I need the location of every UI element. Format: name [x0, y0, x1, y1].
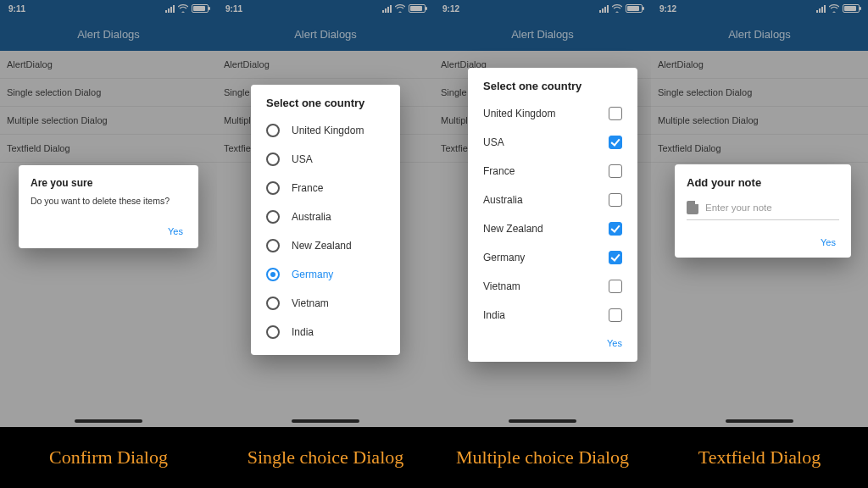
radio-icon [266, 239, 280, 252]
note-icon [687, 201, 698, 214]
phone-screen-single: 9:11 Alert Dialogs AlertDialog Single se… [217, 0, 434, 427]
dialog-title: Select one country [251, 97, 400, 116]
radio-option[interactable]: New Zealand [251, 231, 400, 260]
home-indicator[interactable] [509, 419, 576, 423]
option-label: India [483, 309, 505, 321]
textfield-dialog: Add your note Enter your note Yes [675, 164, 851, 258]
option-label: New Zealand [483, 223, 543, 235]
checkbox-icon-checked [609, 251, 622, 264]
note-input[interactable]: Enter your note [687, 201, 839, 220]
checkbox-icon-checked [609, 222, 622, 236]
dialog-message: Do you want to delete these items? [31, 196, 186, 206]
checkbox-option[interactable]: United Kingdom [468, 99, 637, 128]
multi-select-dialog: Select one country United Kingdom USA Fr… [468, 68, 637, 362]
home-indicator[interactable] [75, 419, 142, 423]
option-label: New Zealand [292, 240, 352, 252]
yes-button[interactable]: Yes [817, 232, 839, 252]
option-label: India [292, 326, 314, 338]
option-label: Australia [483, 194, 523, 206]
option-label: Germany [483, 252, 525, 263]
caption: Multiple choice Dialog [434, 427, 651, 488]
dialog-title: Are you sure [31, 177, 186, 189]
checkbox-option[interactable]: Australia [468, 186, 637, 214]
option-label: France [292, 182, 323, 194]
phone-screen-textfield: 9:12 Alert Dialogs AlertDialog Single se… [651, 0, 868, 427]
checkbox-icon [609, 280, 622, 293]
home-indicator[interactable] [292, 419, 359, 423]
phone-screen-confirm: 9:11 Alert Dialogs AlertDialog Single se… [0, 0, 217, 427]
radio-icon [266, 325, 280, 339]
radio-option[interactable]: Vietnam [251, 289, 400, 318]
option-label: USA [483, 136, 504, 148]
checkbox-icon [609, 107, 622, 120]
single-select-dialog: Select one country United Kingdom USA Fr… [251, 85, 400, 355]
dialog-title: Add your note [687, 176, 839, 189]
checkbox-option[interactable]: India [468, 301, 637, 330]
checkbox-option[interactable]: France [468, 157, 637, 186]
option-label: Vietnam [292, 297, 329, 309]
radio-option[interactable]: Australia [251, 202, 400, 231]
checkbox-option[interactable]: New Zealand [468, 214, 637, 243]
option-label: Vietnam [483, 280, 520, 292]
radio-icon [266, 210, 280, 224]
checkbox-icon-checked [609, 136, 622, 149]
option-label: USA [292, 153, 313, 165]
option-label: Germany [292, 269, 333, 280]
radio-option[interactable]: United Kingdom [251, 116, 400, 145]
option-label: United Kingdom [483, 108, 555, 119]
checkbox-option[interactable]: Germany [468, 243, 637, 272]
radio-icon [266, 152, 280, 166]
caption: Single choice Dialog [217, 427, 434, 488]
checkbox-option[interactable]: USA [468, 128, 637, 157]
option-label: United Kingdom [292, 125, 364, 136]
option-label: Australia [292, 211, 331, 223]
checkbox-option[interactable]: Vietnam [468, 272, 637, 301]
caption: Textfield Dialog [651, 427, 868, 488]
radio-option-selected[interactable]: Germany [251, 260, 400, 289]
caption: Confirm Dialog [0, 427, 217, 488]
option-label: France [483, 165, 515, 177]
radio-option[interactable]: USA [251, 145, 400, 174]
radio-icon [266, 124, 280, 137]
radio-option[interactable]: France [251, 174, 400, 202]
radio-option[interactable]: India [251, 318, 400, 347]
radio-icon [266, 181, 280, 195]
radio-icon [266, 268, 280, 281]
yes-button[interactable]: Yes [604, 333, 626, 353]
yes-button[interactable]: Yes [164, 221, 186, 241]
checkbox-icon [609, 164, 622, 178]
dialog-title: Select one country [468, 80, 637, 99]
phone-screen-multi: 9:12 Alert Dialogs AlertDialog Single Mu… [434, 0, 651, 427]
home-indicator[interactable] [726, 419, 793, 423]
checkbox-icon [609, 308, 622, 322]
confirm-dialog: Are you sure Do you want to delete these… [19, 165, 198, 248]
radio-icon [266, 297, 280, 310]
checkbox-icon [609, 193, 622, 207]
input-placeholder: Enter your note [705, 202, 772, 213]
